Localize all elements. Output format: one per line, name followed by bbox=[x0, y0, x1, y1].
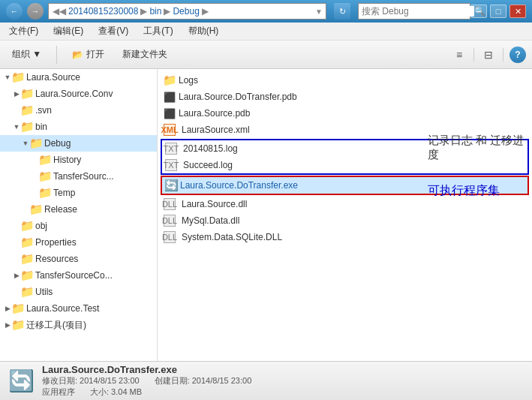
folder-icon: 📁 bbox=[39, 170, 51, 182]
pdb-icon: ⬛ bbox=[164, 91, 176, 103]
tree-label: Release bbox=[44, 204, 77, 215]
tree-item-temp[interactable]: ▶ 📁 Temp bbox=[0, 185, 157, 201]
tree-item-laura-source[interactable]: ▼ 📁 Laura.Source bbox=[0, 69, 157, 86]
file-label: Laura.Source.pdb bbox=[179, 108, 250, 119]
refresh-button[interactable]: ↻ bbox=[334, 3, 350, 20]
tree-item-bin[interactable]: ▼ 📁 bin bbox=[0, 119, 157, 135]
organize-button[interactable]: 组织 ▼ bbox=[6, 44, 47, 66]
folder-icon: 📁 bbox=[21, 121, 33, 133]
right-panel[interactable]: 📁 Logs ⬛ Laura.Source.DoTransfer.pdb ⬛ L… bbox=[158, 69, 532, 361]
addr-sep3: ▶ bbox=[164, 6, 170, 17]
minimize-button[interactable]: ─ bbox=[470, 5, 487, 18]
maximize-button[interactable]: □ bbox=[490, 5, 506, 18]
left-panel[interactable]: ▼ 📁 Laura.Source ▶ 📁 Laura.Source.Conv ▶… bbox=[0, 69, 158, 361]
file-item-dotransfer-pdb[interactable]: ⬛ Laura.Source.DoTransfer.pdb bbox=[161, 89, 529, 105]
addr-sep2: ▶ bbox=[140, 6, 147, 17]
tree-label: .svn bbox=[35, 105, 52, 116]
status-file-name: Laura.Source.DoTransfer.exe bbox=[42, 364, 526, 375]
addr-dropdown-icon[interactable]: ▼ bbox=[315, 8, 323, 16]
folder-icon: 📁 bbox=[12, 302, 24, 314]
tree-item-resources[interactable]: ▶ 📁 Resources bbox=[0, 251, 157, 267]
menu-tools[interactable]: 工具(T) bbox=[140, 23, 176, 39]
menu-view[interactable]: 查看(V) bbox=[95, 23, 131, 39]
open-button[interactable]: 📂 打开 bbox=[66, 44, 110, 66]
tree-label: TansferSourc... bbox=[53, 171, 114, 182]
file-item-dll3[interactable]: DLL System.Data.SQLite.DLL bbox=[161, 229, 529, 245]
tree-label: obj bbox=[35, 221, 47, 231]
menu-file[interactable]: 文件(F) bbox=[6, 23, 41, 39]
title-bar-content: ← → ◀◀ 20140815230008 ▶ bin ▶ Debug ▶ ▼ … bbox=[6, 3, 470, 20]
status-file-icon: 🔄 bbox=[6, 366, 36, 396]
menu-edit[interactable]: 编辑(E) bbox=[50, 23, 86, 39]
tree-item-tansfer-co[interactable]: ▶ 📁 TansferSourceCo... bbox=[0, 267, 157, 284]
tree-label: Laura.Source.Test bbox=[26, 303, 99, 314]
view-details-button[interactable]: ⊟ bbox=[480, 47, 497, 63]
file-item-dll2[interactable]: DLL MySql.Data.dll bbox=[161, 212, 529, 229]
tree-item-tansfer[interactable]: ▶ 📁 TansferSourc... bbox=[0, 168, 157, 185]
addr-part-1[interactable]: 20140815230008 bbox=[68, 6, 138, 17]
tree-item-properties[interactable]: ▶ 📁 Properties bbox=[0, 234, 157, 251]
annotation-logs: 记录日志 和 迁移进度 bbox=[428, 134, 532, 162]
folder-icon: 📁 bbox=[21, 236, 33, 248]
close-button[interactable]: ✕ bbox=[509, 5, 526, 18]
help-button[interactable]: ? bbox=[509, 47, 526, 63]
folder-icon: 📁 bbox=[21, 253, 33, 265]
address-bar[interactable]: ◀◀ 20140815230008 ▶ bin ▶ Debug ▶ ▼ bbox=[48, 3, 326, 20]
file-label: MySql.Data.dll bbox=[182, 215, 239, 226]
tree-item-svn[interactable]: ▶ 📁 .svn bbox=[0, 102, 157, 119]
folder-icon: 📁 bbox=[39, 154, 51, 166]
addr-part-2[interactable]: bin bbox=[149, 6, 161, 17]
toolbar-separator-1 bbox=[56, 46, 57, 64]
view-toggle-button[interactable]: ≡ bbox=[451, 47, 467, 63]
tree-item-test[interactable]: ▶ 📁 Laura.Source.Test bbox=[0, 300, 157, 317]
addr-sep4: ▶ bbox=[202, 6, 209, 17]
tree-label: Debug bbox=[44, 138, 71, 149]
status-type-size: 应用程序 大小: 3.04 MB bbox=[42, 386, 526, 398]
folder-icon: 📁 bbox=[12, 319, 24, 331]
pdb-icon: ⬛ bbox=[164, 107, 176, 119]
status-type: 应用程序 bbox=[42, 386, 75, 398]
search-bar[interactable]: 🔍 bbox=[358, 3, 470, 20]
tree-label: Resources bbox=[35, 254, 78, 264]
search-input[interactable] bbox=[362, 6, 474, 17]
forward-button[interactable]: → bbox=[27, 3, 44, 20]
tree-label: Utils bbox=[35, 287, 53, 297]
status-meta: 修改日期: 2014/8/15 23:00 创建日期: 2014/8/15 23… bbox=[42, 375, 526, 386]
file-label: System.Data.SQLite.DLL bbox=[182, 232, 282, 242]
annotation-exe-text: 可执行程序集 bbox=[428, 184, 500, 197]
title-bar: ← → ◀◀ 20140815230008 ▶ bin ▶ Debug ▶ ▼ … bbox=[0, 0, 532, 23]
menu-bar: 文件(F) 编辑(E) 查看(V) 工具(T) 帮助(H) bbox=[0, 23, 532, 41]
file-item-logs[interactable]: 📁 Logs bbox=[161, 72, 529, 89]
file-label: Laura.Source.DoTransfer.exe bbox=[180, 180, 298, 191]
addr-part-3[interactable]: Debug bbox=[173, 6, 199, 17]
tree-item-obj[interactable]: ▶ 📁 obj bbox=[0, 218, 157, 234]
menu-help[interactable]: 帮助(H) bbox=[185, 23, 222, 39]
dll-icon: DLL bbox=[164, 231, 176, 243]
folder-icon: 📁 bbox=[21, 104, 33, 116]
tree-label: History bbox=[53, 155, 81, 165]
xml-icon: XML bbox=[164, 124, 176, 136]
tree-item-history[interactable]: ▶ 📁 History bbox=[0, 152, 157, 168]
tree-item-release[interactable]: ▶ 📁 Release bbox=[0, 201, 157, 218]
file-item-source-pdb[interactable]: ⬛ Laura.Source.pdb bbox=[161, 105, 529, 122]
tree-item-utils[interactable]: ▶ 📁 Utils bbox=[0, 284, 157, 300]
file-label: LauraSource.xml bbox=[182, 125, 250, 135]
back-button[interactable]: ← bbox=[6, 3, 23, 20]
log-icon: TXT bbox=[165, 159, 177, 171]
file-label: Laura.Source.dll bbox=[182, 199, 247, 209]
open-icon: 📂 bbox=[72, 50, 83, 60]
tree-item-migration[interactable]: ▶ 📁 迁移工具(项目) bbox=[0, 317, 157, 333]
folder-icon: 📁 bbox=[12, 71, 24, 83]
status-size: 大小: 3.04 MB bbox=[90, 386, 142, 398]
tree-item-conv[interactable]: ▶ 📁 Laura.Source.Conv bbox=[0, 86, 157, 102]
exe-icon: 🔄 bbox=[165, 179, 177, 191]
tree-item-debug[interactable]: ▼ 📁 Debug bbox=[0, 135, 157, 152]
new-folder-button[interactable]: 新建文件夹 bbox=[116, 44, 173, 66]
open-label: 打开 bbox=[86, 48, 104, 61]
window-controls: ─ □ ✕ bbox=[470, 5, 526, 18]
folder-icon: 📁 bbox=[30, 203, 42, 215]
status-bar: 🔄 Laura.Source.DoTransfer.exe 修改日期: 2014… bbox=[0, 361, 532, 400]
status-info: Laura.Source.DoTransfer.exe 修改日期: 2014/8… bbox=[42, 364, 526, 398]
main-area: ▼ 📁 Laura.Source ▶ 📁 Laura.Source.Conv ▶… bbox=[0, 69, 532, 361]
dll-icon: DLL bbox=[164, 198, 176, 210]
